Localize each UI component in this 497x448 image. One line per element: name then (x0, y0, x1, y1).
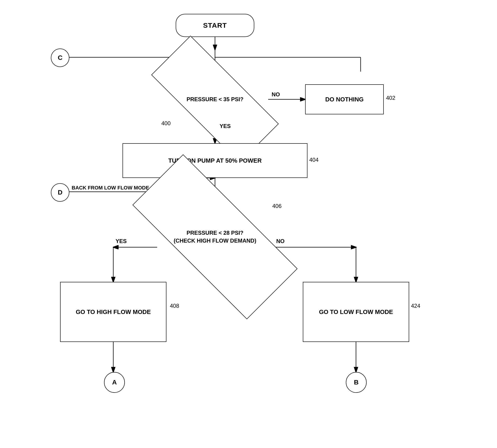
high-flow-rect: GO TO HIGH FLOW MODE (60, 282, 166, 342)
yes1-label: YES (220, 123, 231, 129)
a-connector: A (104, 372, 125, 393)
yes2-label: YES (116, 238, 127, 244)
no1-label: NO (272, 91, 280, 98)
c-connector: C (51, 48, 69, 67)
decision1-diamond: PRESSURE < 35 PSI? (152, 72, 277, 127)
d-connector: D (51, 183, 69, 202)
ref-400: 400 (161, 120, 171, 127)
decision1-text: PRESSURE < 35 PSI? (186, 96, 243, 103)
b-connector: B (346, 372, 367, 393)
diagram-container: START C PRESSURE < 35 PSI? 400 NO YES DO… (0, 0, 497, 448)
start-shape: START (176, 14, 254, 37)
low-flow-rect: GO TO LOW FLOW MODE (303, 282, 409, 342)
ref-424: 424 (411, 303, 420, 309)
back-from-low-label: BACK FROM LOW FLOW MODE (72, 185, 149, 191)
ref-406: 406 (272, 203, 282, 209)
ref-404: 404 (309, 157, 318, 163)
do-nothing-rect: DO NOTHING (305, 84, 384, 114)
decision2-text: PRESSURE < 28 PSI?(CHECK HIGH FLOW DEMAN… (174, 229, 256, 244)
ref-408: 408 (170, 303, 179, 309)
turn-on-pump-rect: TURN ON PUMP AT 50% POWER (122, 143, 307, 178)
ref-402: 402 (386, 95, 395, 101)
decision2-diamond: PRESSURE < 28 PSI?(CHECK HIGH FLOW DEMAN… (134, 201, 296, 273)
no2-label: NO (276, 238, 284, 244)
